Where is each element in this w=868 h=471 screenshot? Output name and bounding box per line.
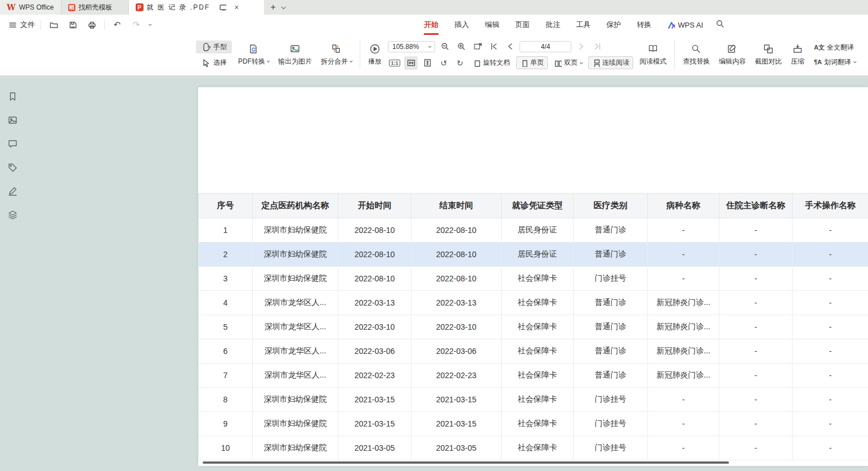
rotate-right-button[interactable]: ↻: [453, 56, 467, 70]
full-translate-icon: A文: [814, 44, 825, 51]
close-icon[interactable]: ×: [234, 3, 239, 12]
table-row[interactable]: 5深圳市龙华区人...2022-03-102022-03-10社会保障卡普通门诊…: [199, 315, 868, 339]
tab-convert[interactable]: 转换: [637, 15, 651, 35]
table-row[interactable]: 9深圳市妇幼保健院2021-03-152021-03-15社会保障卡门诊挂号--…: [199, 412, 868, 436]
chevron-down-icon: [428, 44, 432, 48]
table-row[interactable]: 3深圳市妇幼保健院2022-08-102022-08-10社会保障卡门诊挂号--…: [199, 267, 868, 291]
first-page-button[interactable]: [487, 40, 500, 53]
fit-page-button[interactable]: [420, 56, 434, 70]
page-indicator[interactable]: 4/4: [520, 41, 571, 52]
search-icon: [715, 19, 725, 29]
rotate-doc-button[interactable]: 旋转文档: [469, 57, 513, 69]
open-file-button[interactable]: [47, 18, 60, 32]
zoom-out-button[interactable]: [438, 40, 451, 53]
rotate-doc-icon: [473, 59, 481, 67]
prev-page-button[interactable]: [503, 40, 517, 53]
ribbon-search-button[interactable]: [715, 19, 725, 30]
table-cell: 9: [199, 412, 253, 436]
thumbnail-panel-button[interactable]: [5, 112, 20, 128]
fit-width-icon: [406, 58, 416, 68]
horizontal-scrollbar[interactable]: [203, 461, 729, 464]
signature-panel-button[interactable]: [5, 183, 20, 199]
select-tool-button[interactable]: 选择: [196, 56, 232, 69]
tab-tools[interactable]: 工具: [576, 15, 590, 35]
table-cell: 新冠肺炎门诊...: [648, 339, 719, 364]
continuous-read-button[interactable]: 连续阅读: [588, 56, 633, 69]
history-chevron-icon[interactable]: [149, 23, 152, 26]
chevron-down-icon: [580, 61, 583, 64]
table-cell: -: [648, 218, 719, 243]
word-translate-button[interactable]: ¶A 划词翻译: [811, 56, 859, 68]
read-mode-button[interactable]: 阅读模式: [637, 42, 669, 68]
full-translate-button[interactable]: A文 全文翻译: [811, 42, 859, 53]
table-row[interactable]: 4深圳市龙华区人...2022-03-132022-03-13社会保障卡普通门诊…: [199, 291, 868, 315]
zoom-select[interactable]: 105.88%: [388, 41, 435, 52]
undo-button[interactable]: ↶: [110, 18, 124, 32]
table-cell: -: [648, 412, 719, 436]
layers-panel-button[interactable]: [5, 207, 20, 222]
single-page-label: 单页: [530, 58, 544, 68]
table-cell: 1: [199, 218, 253, 243]
actual-size-button[interactable]: 1:1: [388, 56, 401, 70]
single-page-button[interactable]: 单页: [516, 56, 548, 69]
table-row[interactable]: 6深圳市龙华区人...2022-03-062022-03-06社会保障卡普通门诊…: [199, 339, 868, 364]
redo-button[interactable]: ↷: [129, 18, 143, 32]
app-tab-wps-office[interactable]: W WPS Office: [0, 0, 61, 15]
last-page-button[interactable]: [590, 40, 604, 53]
toolbar: 手型 选择 PDF转换 输出为图片 拆分合并 播放 105.88%: [0, 35, 868, 76]
table-cell: 新冠肺炎门诊...: [648, 291, 719, 315]
find-replace-label: 查找替换: [683, 57, 710, 66]
pdf-page[interactable]: 序号定点医药机构名称开始时间结束时间就诊凭证类型医疗类别病种名称住院主诊断名称手…: [198, 87, 868, 466]
edit-content-button[interactable]: 编辑内容: [716, 42, 749, 68]
tab-start[interactable]: 开始: [424, 15, 439, 35]
export-image-icon: [289, 43, 301, 55]
next-page-button[interactable]: [574, 40, 588, 53]
bookmark-panel-button[interactable]: [5, 88, 20, 104]
snapshot-button[interactable]: [471, 40, 484, 53]
table-cell: 深圳市妇幼保健院: [253, 218, 338, 243]
table-cell: -: [793, 412, 868, 436]
table-cell: 2022-03-06: [411, 339, 502, 364]
wps-ai-label: WPS AI: [678, 21, 703, 29]
image-icon: [7, 115, 18, 125]
print-button[interactable]: [85, 18, 99, 32]
tag-panel-button[interactable]: [5, 159, 20, 175]
table-row[interactable]: 10深圳市妇幼保健院2021-03-052021-03-05社会保障卡门诊挂号-…: [199, 436, 868, 460]
table-row[interactable]: 8深圳市妇幼保健院2021-03-152021-03-15社会保障卡门诊挂号--…: [199, 388, 868, 412]
hand-tool-button[interactable]: 手型: [196, 41, 232, 53]
file-menu-label: 文件: [20, 20, 35, 30]
file-menu-button[interactable]: 文件: [8, 20, 35, 30]
table-cell: 2022-08-10: [411, 243, 502, 267]
app-tab-document[interactable]: P 就 医 记 录 .PDF ×: [129, 0, 264, 15]
fit-width-button[interactable]: [404, 56, 418, 70]
tab-edit[interactable]: 编辑: [485, 15, 499, 35]
zoom-in-button[interactable]: [454, 40, 468, 53]
new-tab-button[interactable]: +: [271, 3, 276, 12]
table-cell: -: [719, 339, 793, 364]
app-tab-template[interactable]: 稻 找稻壳模板: [61, 0, 129, 15]
next-page-icon: [576, 42, 586, 51]
tab-page[interactable]: 页面: [515, 15, 530, 35]
double-page-button[interactable]: 双页: [551, 57, 585, 69]
menubar-left: 文件 ↶ ↷: [8, 18, 151, 32]
tab-insert[interactable]: 插入: [454, 15, 469, 35]
screenshot-compare-button[interactable]: 截图对比: [752, 42, 785, 68]
export-image-button[interactable]: 输出为图片: [275, 42, 315, 68]
rotate-left-button[interactable]: ↺: [437, 56, 450, 70]
table-row[interactable]: 2深圳市妇幼保健院2022-08-102022-08-10居民身份证普通门诊--…: [199, 243, 868, 267]
table-cell: -: [793, 291, 868, 315]
play-button[interactable]: 播放: [365, 42, 384, 68]
tab-annotate[interactable]: 批注: [545, 15, 560, 35]
table-row[interactable]: 7深圳市龙华区人...2022-02-232022-02-23社会保障卡普通门诊…: [199, 364, 868, 388]
wps-ai-button[interactable]: WPS AI: [667, 21, 703, 29]
pdf-convert-button[interactable]: PDF转换: [235, 42, 272, 68]
compress-button[interactable]: 压缩: [788, 42, 807, 68]
find-replace-button[interactable]: 查找替换: [680, 42, 713, 68]
save-button[interactable]: [66, 18, 79, 32]
tab-protect[interactable]: 保护: [606, 15, 621, 35]
table-row[interactable]: 1深圳市妇幼保健院2022-08-102022-08-10居民身份证普通门诊--…: [199, 218, 868, 243]
table-cell: 2022-03-06: [338, 339, 411, 364]
tab-list-chevron-icon[interactable]: [281, 5, 285, 9]
split-merge-button[interactable]: 拆分合并: [318, 42, 355, 68]
comment-panel-button[interactable]: [5, 136, 20, 151]
